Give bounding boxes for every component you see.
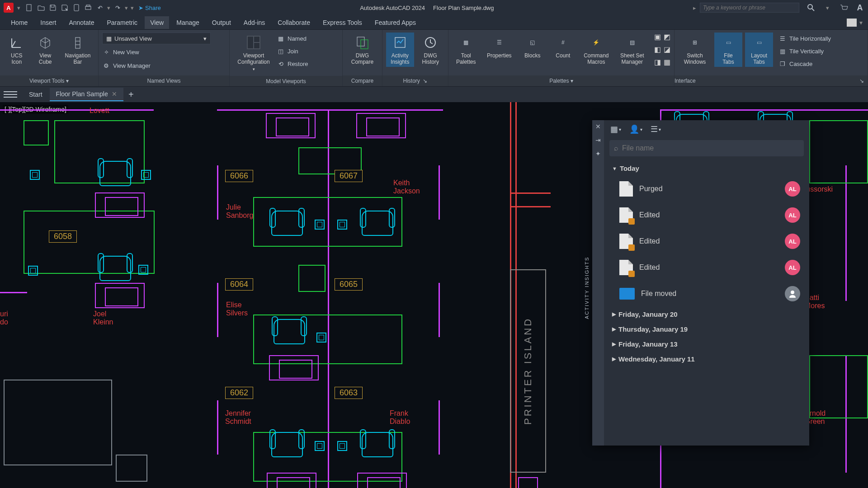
search-icon[interactable]	[807, 3, 816, 12]
document-icon	[619, 181, 633, 197]
open-file-icon[interactable]	[37, 3, 46, 12]
tab-output[interactable]: Output	[207, 16, 236, 29]
room-label: 6065	[335, 278, 363, 291]
join-viewport-button[interactable]: ◫Join	[277, 45, 308, 57]
file-tab-menu-icon[interactable]	[4, 89, 17, 100]
activity-group-today[interactable]: ▼Today	[607, 161, 807, 176]
tab-start[interactable]: Start	[23, 88, 49, 101]
new-tab-button[interactable]: +	[124, 88, 138, 101]
signin-dropdown-icon[interactable]: ▾	[823, 3, 832, 12]
redo-icon[interactable]: ↷	[113, 3, 122, 12]
tile-h-button[interactable]: ☰Tile Horizontally	[778, 33, 831, 44]
palette-extra-5-icon[interactable]: ◪	[664, 45, 670, 57]
tab-home[interactable]: Home	[5, 16, 33, 29]
activity-group[interactable]: ▶Wednesday, January 11	[607, 352, 807, 366]
drawing-canvas[interactable]: [-][Top][2D Wireframe] 6058 6066 6067 60…	[0, 102, 868, 488]
properties-button[interactable]: ☰Properties	[483, 33, 516, 61]
tab-featured[interactable]: Featured Apps	[369, 16, 421, 29]
save-as-icon[interactable]	[60, 3, 69, 12]
restore-viewport-button[interactable]: ⟲Restore	[277, 58, 308, 70]
plot-icon[interactable]	[84, 3, 93, 12]
new-view-button[interactable]: ✧New View	[102, 46, 139, 58]
panel-title-interface[interactable]: Interface↘	[675, 75, 868, 86]
tab-express[interactable]: Express Tools	[317, 16, 368, 29]
activity-item[interactable]: Purged AL	[607, 176, 807, 202]
new-file-icon[interactable]	[25, 3, 34, 12]
app-logo[interactable]: A	[4, 3, 14, 13]
ucs-icon-button[interactable]: UCS Icon	[4, 33, 29, 67]
dwg-history-button[interactable]: DWG History	[417, 33, 445, 67]
panel-title-history[interactable]: History ↘	[382, 75, 448, 86]
cart-icon[interactable]	[839, 3, 848, 12]
activity-item[interactable]: File moved	[607, 281, 807, 307]
svg-rect-12	[254, 43, 259, 48]
activity-list-icon[interactable]: ☰▾	[651, 124, 661, 134]
blocks-button[interactable]: ◱Blocks	[519, 33, 547, 61]
activity-insights-button[interactable]: Activity Insights	[386, 33, 414, 67]
activity-view-icon[interactable]: ▦▾	[610, 124, 621, 134]
tile-v-button[interactable]: ▥Tile Vertically	[778, 45, 831, 57]
palette-extra-6-icon[interactable]: ▦	[664, 58, 670, 70]
switch-windows-button[interactable]: ⊞Switch Windows	[678, 33, 712, 67]
undo-dropdown[interactable]: ▾	[107, 5, 110, 11]
tab-document[interactable]: Floor Plan Sample✕	[50, 88, 123, 101]
tab-addins[interactable]: Add-ins	[238, 16, 270, 29]
panel-settings-icon[interactable]: ✦	[595, 150, 601, 157]
navigation-bar-button[interactable]: Navigation Bar	[61, 33, 94, 67]
panel-title-viewport-tools[interactable]: Viewport Tools ▾	[0, 75, 98, 86]
panel-title-palettes[interactable]: Palettes ▾	[448, 75, 674, 86]
palette-extra-4-icon[interactable]: ◩	[664, 33, 670, 44]
sheet-set-button[interactable]: ▤Sheet Set Manager	[616, 33, 649, 67]
close-tab-icon[interactable]: ✕	[112, 90, 117, 98]
activity-group[interactable]: ▶Thursday, January 19	[607, 322, 807, 337]
panel-dock-icon[interactable]: ⇥	[595, 136, 601, 144]
named-view-select[interactable]: ▦Unsaved View▾	[102, 33, 211, 44]
web-mobile-icon[interactable]	[72, 3, 81, 12]
count-button[interactable]: #Count	[549, 33, 577, 61]
person-label: Keith Jackson	[393, 179, 420, 195]
tab-annotate[interactable]: Annotate	[63, 16, 99, 29]
dwg-compare-button[interactable]: DWG Compare	[346, 33, 378, 67]
document-title: Floor Plan Sample.dwg	[433, 5, 494, 11]
share-button[interactable]: ➤ Share	[138, 5, 161, 11]
palette-extra-1-icon[interactable]: ▣	[654, 33, 661, 44]
view-manager-button[interactable]: ⚙View Manager	[102, 60, 151, 71]
svg-line-5	[812, 9, 814, 11]
search-expand-icon[interactable]: ▸	[693, 5, 696, 11]
tab-collaborate[interactable]: Collaborate	[272, 16, 316, 29]
search-input[interactable]	[700, 3, 799, 13]
palette-extra-2-icon[interactable]: ◧	[654, 45, 661, 57]
ribbon-dropdown-icon[interactable]: ▾	[859, 19, 863, 26]
activity-group[interactable]: ▶Friday, January 13	[607, 337, 807, 352]
activity-search[interactable]: ⌕	[609, 140, 804, 156]
activity-item[interactable]: Edited AL	[607, 202, 807, 228]
tab-view[interactable]: View	[145, 16, 169, 29]
tool-palettes-button[interactable]: ▦Tool Palettes	[452, 33, 480, 67]
viewport-config-button[interactable]: Viewport Configuration▾	[233, 33, 274, 73]
ribbon-minimize-icon[interactable]	[847, 19, 857, 27]
activity-group[interactable]: ▶Friday, January 20	[607, 307, 807, 322]
activity-item[interactable]: Edited AL	[607, 228, 807, 254]
qat-more-dropdown[interactable]: ▾	[131, 5, 134, 11]
save-icon[interactable]	[48, 3, 57, 12]
tab-parametric[interactable]: Parametric	[101, 16, 143, 29]
file-tabs-button[interactable]: ▭File Tabs	[714, 33, 742, 67]
undo-icon[interactable]: ↶	[95, 3, 104, 12]
palette-extra-3-icon[interactable]: ◨	[654, 58, 661, 70]
autodesk-icon[interactable]: A	[855, 3, 864, 12]
named-viewport-button[interactable]: ▦Named	[277, 33, 308, 44]
activity-user-icon[interactable]: 👤▾	[629, 124, 642, 134]
avatar-anon	[785, 286, 800, 301]
command-macros-button[interactable]: ⚡Command Macros	[580, 33, 613, 67]
layout-tabs-button[interactable]: ▭Layout Tabs	[745, 33, 773, 67]
qat-dropdown[interactable]: ▾	[17, 5, 20, 11]
view-cube-button[interactable]: View Cube	[32, 33, 58, 67]
tab-insert[interactable]: Insert	[35, 16, 61, 29]
activity-search-input[interactable]	[622, 144, 799, 152]
tab-manage[interactable]: Manage	[171, 16, 205, 29]
svg-rect-2	[85, 6, 91, 9]
activity-item[interactable]: Edited AL	[607, 254, 807, 281]
cascade-button[interactable]: ❐Cascade	[778, 58, 831, 70]
panel-close-icon[interactable]: ✕	[595, 123, 601, 130]
redo-dropdown[interactable]: ▾	[125, 5, 128, 11]
